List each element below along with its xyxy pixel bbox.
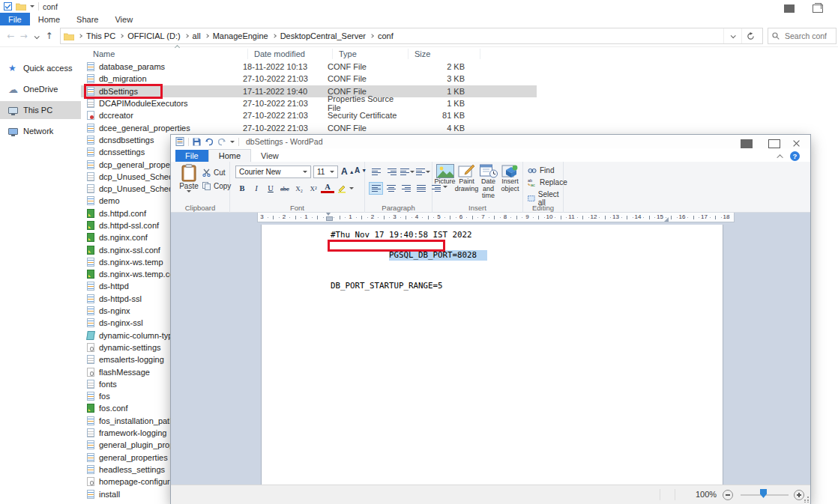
replace-button[interactable]: abac Replace [528, 178, 567, 186]
minimize-button[interactable] [784, 2, 795, 10]
address-dropdown-button[interactable] [723, 28, 741, 43]
ruler-tick [555, 217, 555, 218]
indent-marker[interactable] [326, 213, 331, 221]
breadcrumb-manageengine[interactable]: ManageEngine [213, 31, 268, 40]
file-size: 81 KB [403, 111, 475, 120]
align-right-button[interactable] [399, 182, 413, 195]
ruler-tick [367, 217, 368, 218]
quick-access-caret-icon[interactable] [230, 141, 235, 143]
file-icon-text [87, 172, 94, 181]
file-row-db_migration[interactable]: db_migration27-10-2022 21:03CONF File3 K… [81, 73, 537, 85]
file-icon-conf [87, 74, 94, 83]
font-color-button[interactable]: A [321, 183, 334, 193]
ruler-number: 11 [568, 213, 574, 220]
tab-home[interactable]: Home [30, 13, 68, 25]
desktop: conf File Home Share View ← → ↑ This PC [0, 0, 838, 504]
breadcrumb-desktopcentral-server[interactable]: DesktopCentral_Server [280, 31, 366, 40]
tab-view[interactable]: View [106, 13, 141, 25]
column-header-name[interactable]: Name [81, 49, 248, 59]
line-spacing-button[interactable] [416, 166, 430, 178]
ruler-tick [693, 216, 694, 219]
document-page[interactable]: #Thu Nov 17 19:40:58 IST 2022 PGSQL_DB_P… [261, 225, 723, 485]
redo-icon[interactable] [217, 138, 226, 146]
ruler-tick [444, 217, 445, 218]
file-date-modified: 27-10-2022 21:03 [243, 99, 328, 108]
grow-font-button[interactable]: A▲ [341, 166, 355, 177]
file-row-dcee_general_properties[interactable]: dcee_general_properties27-10-2022 21:03C… [81, 121, 537, 133]
tab-share[interactable]: Share [68, 13, 106, 25]
italic-button[interactable]: I [250, 182, 263, 195]
decrease-indent-button[interactable] [369, 166, 383, 178]
margin-marker[interactable] [664, 217, 669, 222]
sidebar-item-this-pc[interactable]: This PC [0, 101, 81, 119]
file-row-DCAPIModuleExecutors[interactable]: DCAPIModuleExecutors27-10-2022 21:03Prop… [81, 97, 537, 109]
insert-object-button[interactable]: Insert object [499, 164, 521, 203]
font-family-value: Courier New [239, 168, 281, 176]
recent-locations-button[interactable] [30, 31, 43, 41]
find-button[interactable]: Find [528, 166, 554, 174]
file-icon-conf [87, 196, 94, 205]
address-bar[interactable]: This PC OFFICIAL (D:) all ManageEngine D… [60, 28, 763, 44]
help-icon[interactable]: ? [790, 151, 800, 161]
close-button[interactable] [793, 137, 805, 146]
column-header-size[interactable]: Size [409, 49, 480, 59]
file-row-database_params[interactable]: database_params18-11-2022 10:13CONF File… [81, 61, 537, 73]
refresh-button[interactable] [741, 28, 759, 43]
zoom-slider-handle[interactable] [760, 489, 767, 498]
align-center-button[interactable] [384, 182, 398, 195]
sidebar-item-onedrive[interactable]: ☁ OneDrive [0, 80, 81, 98]
resize-grip[interactable] [803, 497, 809, 503]
strikethrough-button[interactable]: abc [278, 182, 292, 195]
quick-access-caret-icon[interactable] [30, 5, 34, 7]
minimize-button[interactable] [741, 137, 753, 146]
picture-button[interactable]: Picture [434, 164, 456, 203]
breadcrumb-this-pc[interactable]: This PC [86, 31, 115, 40]
search-input[interactable] [783, 31, 828, 41]
up-button[interactable]: ↑ [43, 31, 55, 41]
wordpad-tab-view[interactable]: View [251, 150, 289, 162]
superscript-button[interactable]: X² [307, 182, 320, 195]
sidebar-item-quick-access[interactable]: ★ Quick access [0, 59, 81, 77]
restore-button[interactable] [813, 2, 823, 10]
increase-indent-button[interactable] [385, 166, 399, 178]
font-family-select[interactable]: Courier New [235, 166, 311, 178]
paint-drawing-button[interactable]: Paint drawing [456, 164, 477, 203]
wordpad-tab-file[interactable]: File [175, 150, 208, 162]
paste-button[interactable]: Paste [176, 164, 202, 201]
file-date-modified: 27-10-2022 21:03 [243, 74, 328, 83]
breadcrumb-conf[interactable]: conf [378, 31, 394, 40]
cut-button[interactable]: Cut [202, 168, 226, 177]
align-left-button[interactable] [369, 182, 383, 195]
back-button[interactable]: ← [4, 31, 17, 41]
subscript-button[interactable]: X₂ [292, 182, 306, 195]
tab-file[interactable]: File [0, 13, 30, 25]
highlight-color-button[interactable] [335, 182, 349, 195]
collapse-ribbon-icon[interactable] [777, 154, 783, 160]
file-icon-text [87, 380, 94, 389]
column-header-date-modified[interactable]: Date modified [248, 49, 333, 59]
bold-button[interactable]: B [235, 182, 249, 195]
copy-button[interactable]: Copy [202, 182, 231, 190]
save-icon[interactable] [193, 138, 201, 146]
wordpad-tab-home[interactable]: Home [208, 149, 251, 162]
ruler[interactable]: 321123456789101112131415161718 [257, 213, 735, 222]
underline-button[interactable]: U [264, 182, 277, 195]
zoom-out-button[interactable] [723, 490, 733, 500]
date-and-time-button[interactable]: Date and time [477, 164, 499, 203]
font-size-select[interactable]: 11 [313, 166, 338, 178]
breadcrumb-official-d[interactable]: OFFICIAL (D:) [127, 31, 180, 40]
column-header-type[interactable]: Type [333, 49, 409, 59]
justify-button[interactable] [414, 182, 428, 195]
file-row-dccreator[interactable]: dccreator27-10-2022 21:03Security Certif… [81, 109, 537, 121]
maximize-button[interactable] [768, 137, 780, 146]
document-area: #Thu Nov 17 19:40:58 IST 2022 PGSQL_DB_P… [171, 223, 810, 485]
copy-label: Copy [214, 182, 231, 190]
sidebar-item-network[interactable]: Network [0, 122, 81, 140]
file-row-dbSettings[interactable]: dbSettings17-11-2022 19:40CONF File1 KB [81, 85, 537, 97]
refresh-icon [747, 32, 755, 40]
search-box[interactable] [768, 28, 837, 44]
forward-button[interactable]: → [17, 31, 30, 41]
breadcrumb-all[interactable]: all [193, 31, 201, 40]
undo-icon[interactable] [205, 138, 214, 146]
bullets-button[interactable] [400, 166, 415, 178]
